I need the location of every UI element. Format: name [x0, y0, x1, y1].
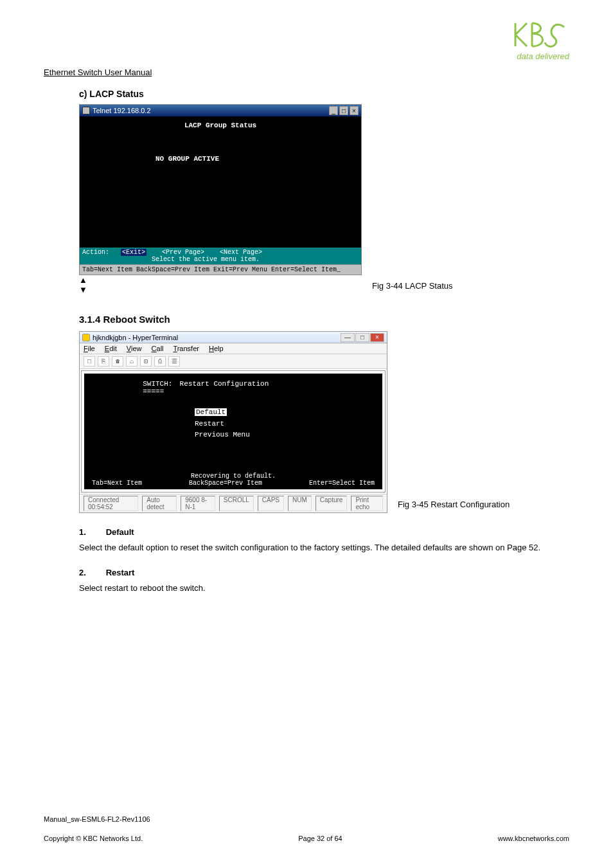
kbc-logo: data delivered	[511, 19, 569, 61]
menu-view[interactable]: View	[127, 345, 142, 352]
telnet-title-text: Telnet 192.168.0.2	[93, 107, 151, 114]
menu-file[interactable]: FFileile	[84, 345, 95, 352]
tool-new-icon[interactable]: □	[84, 356, 95, 366]
menu-item-default[interactable]: Default	[195, 408, 227, 416]
ht-titlebar: hjkndkjgbn - HyperTerminal — □ ×	[80, 332, 387, 343]
scroll-down-icon[interactable]: ▼	[79, 285, 362, 294]
subsection-2-title: Restart	[106, 568, 135, 577]
foot-tab-hint: Tab=Next Item	[92, 480, 142, 487]
ht-title-text: hjkndkjgbn - HyperTerminal	[93, 334, 178, 341]
telnet-titlebar: Telnet 192.168.0.2 _ □ ×	[80, 105, 361, 116]
prev-page-action[interactable]: <Prev Page>	[162, 249, 204, 256]
subsection-2-number: 2.	[79, 568, 103, 577]
ht-minimize-button[interactable]: —	[341, 333, 355, 342]
subsection-1-heading: 1. Default	[79, 527, 569, 537]
switch-underline: =====	[143, 388, 164, 395]
fig-3-44-caption: Fig 3-44 LACP Status	[372, 281, 453, 291]
ht-statusbar: Connected 00:54:52 Auto detect 9600 8-N-…	[80, 494, 387, 512]
tool-open-icon[interactable]: ⎘	[98, 356, 109, 366]
status-baud: 9600 8-N-1	[181, 496, 215, 511]
menu-call[interactable]: Call	[152, 345, 164, 352]
status-connected: Connected 00:54:52	[84, 496, 138, 511]
menu-item-previous[interactable]: Previous Menu	[195, 429, 375, 441]
menu-item-restart[interactable]: Restart	[195, 419, 375, 430]
section-314-heading: 3.1.4 Reboot Switch	[79, 314, 569, 325]
subsection-1-body: Select the default option to reset the s…	[79, 542, 569, 554]
status-print: Print echo	[351, 496, 383, 511]
ht-menubar: FFileile Edit View Call Transfer Help	[80, 343, 387, 354]
ht-screen: SWITCH: Restart Configuration ===== Defa…	[84, 374, 382, 489]
tool-receive-icon[interactable]: ⎙	[154, 356, 166, 366]
status-autodetect: Auto detect	[142, 496, 177, 511]
no-group-active-text: NO GROUP ACTIVE	[155, 155, 356, 163]
ht-close-button[interactable]: ×	[370, 333, 384, 342]
foot-backspace-hint: BackSpace=Prev Item	[189, 480, 262, 487]
action-bar: Action: <Exit> <Prev Page> <Next Page> S…	[80, 248, 361, 264]
switch-label: SWITCH:	[143, 380, 172, 388]
hyperterminal-window: hjkndkjgbn - HyperTerminal — □ × FFileil…	[79, 331, 387, 513]
footer-url: www.kbcnetworks.com	[498, 835, 569, 842]
subsection-2-heading: 2. Restart	[79, 568, 569, 577]
exit-action[interactable]: <Exit>	[121, 249, 147, 256]
logo-tagline: data delivered	[511, 51, 569, 61]
foot-recovering-text: Recovering to default.	[92, 473, 375, 480]
menu-transfer[interactable]: Transfer	[173, 345, 199, 352]
close-button[interactable]: ×	[350, 106, 359, 115]
manual-title: Ethernet Switch User Manual	[44, 68, 152, 77]
tool-send-icon[interactable]: ⊡	[140, 356, 152, 366]
tool-props-icon[interactable]: ☰	[168, 356, 180, 366]
status-num: NUM	[288, 496, 312, 511]
status-caps: CAPS	[258, 496, 284, 511]
action-label: Action:	[82, 249, 109, 256]
ht-app-icon	[82, 334, 90, 341]
maximize-button[interactable]: □	[339, 106, 348, 115]
footer-copyright: Copyright © KBC Networks Ltd.	[44, 835, 143, 842]
foot-enter-hint: Enter=Select Item	[309, 480, 375, 487]
menu-help[interactable]: Help	[209, 345, 224, 352]
tool-hangup-icon[interactable]: ⌂	[126, 356, 138, 366]
subsection-2-body: Select restart to reboot the switch.	[79, 583, 569, 594]
subsection-1-number: 1.	[79, 527, 103, 537]
menu-edit[interactable]: Edit	[105, 345, 117, 352]
footer-page-number: Page 32 of 64	[298, 835, 342, 842]
section-c-heading: c) LACP Status	[79, 89, 569, 99]
fig-3-45-caption: Fig 3-45 Restart Configuration	[398, 500, 510, 509]
page-footer: Manual_sw-ESML6-FL2-Rev1106 Copyright © …	[44, 815, 569, 842]
scroll-up-icon[interactable]: ▲	[79, 275, 362, 285]
status-scroll: SCROLL	[219, 496, 254, 511]
next-page-action[interactable]: <Next Page>	[220, 249, 262, 256]
minimize-button[interactable]: _	[329, 106, 338, 115]
footer-file-id: Manual_sw-ESML6-FL2-Rev1106	[44, 815, 569, 823]
telnet-window: Telnet 192.168.0.2 _ □ × LACP Group Stat…	[79, 104, 362, 275]
ht-toolbar: □ ⎘ ☎ ⌂ ⊡ ⎙ ☰	[80, 354, 387, 369]
action-hint: Select the active menu item.	[152, 256, 260, 263]
subsection-1-title: Default	[106, 527, 134, 537]
restart-config-title: Restart Configuration	[180, 380, 269, 388]
telnet-bottom-bar: Tab=Next Item BackSpace=Prev Item Exit=P…	[80, 264, 361, 275]
ht-maximize-button[interactable]: □	[355, 333, 369, 342]
telnet-icon	[82, 107, 90, 114]
status-capture: Capture	[315, 496, 348, 511]
tool-call-icon[interactable]: ☎	[112, 356, 123, 366]
lacp-screen-title: LACP Group Status	[85, 122, 356, 129]
